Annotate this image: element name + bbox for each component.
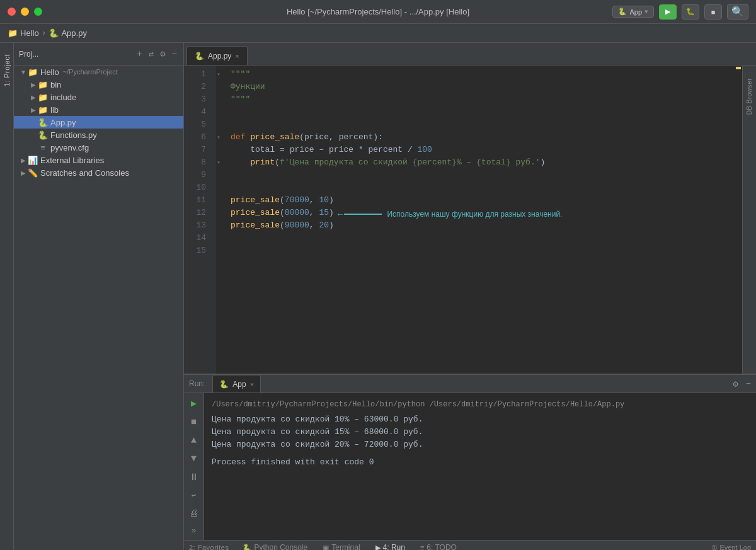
editor-tabs: 🐍 App.py ×: [184, 43, 756, 66]
folder-icon: 📁: [38, 79, 48, 89]
run-settings-icon[interactable]: ⚙: [733, 379, 738, 389]
fold-marker-8[interactable]: ▾: [217, 156, 220, 169]
pause-button[interactable]: ⏸: [187, 470, 200, 485]
add-icon[interactable]: +: [135, 48, 143, 60]
tree-item-external-libs[interactable]: ▶ 📊 External Libraries: [14, 154, 183, 166]
code-line-6: def price_sale ( price , percent ):: [231, 131, 730, 144]
stop-button[interactable]: ■: [704, 4, 722, 20]
line-num-2: 2: [184, 81, 211, 93]
breadcrumb-apppy[interactable]: 🐍 App.py: [49, 28, 86, 38]
code-token: 90000: [285, 219, 309, 232]
wrap-button[interactable]: ↩: [190, 489, 198, 502]
settings-icon[interactable]: ⚙: [159, 47, 166, 60]
code-line-14: [231, 232, 730, 244]
tab-close[interactable]: ×: [235, 52, 239, 60]
more-button[interactable]: »: [190, 525, 198, 537]
code-token: ,: [309, 207, 319, 219]
fold-marker-6[interactable]: ▾: [217, 131, 220, 144]
code-token: (: [280, 207, 285, 219]
project-panel: Proj... + ⇄ ⚙ − ▼ 📁 Hello ~/PycharmProje…: [14, 43, 184, 550]
line-num-4: 4: [184, 106, 211, 118]
line-num-12: 12: [184, 207, 211, 219]
tree-item-include[interactable]: ▶ 📁 include: [14, 91, 183, 103]
print-button[interactable]: 🖨: [187, 506, 200, 521]
bottom-tab-run[interactable]: ▶ 4: Run: [369, 541, 411, 550]
debug-button[interactable]: 🐛: [682, 4, 699, 20]
expand-arrow: ▶: [19, 168, 28, 177]
sidebar-item-favorites[interactable]: 2: Favorites: [189, 544, 229, 550]
tree-item-lib[interactable]: ▶ 📁 lib: [14, 103, 183, 116]
code-token: /: [408, 144, 418, 156]
folder-icon: 📁: [38, 92, 48, 102]
bottom-tab-label: 6: TODO: [427, 543, 457, 550]
console-exit-message: Process finished with exit code 0: [212, 456, 748, 469]
run-label: Run:: [189, 379, 205, 388]
annotation-arrow: ← Используем нашу функцию для разных зна…: [338, 208, 562, 221]
sidebar-item-project[interactable]: 1: Project: [1, 48, 13, 93]
search-everywhere-button[interactable]: 🔍: [727, 4, 748, 20]
code-line-8: print ( f'Цена продукта со скидкой {perc…: [231, 156, 730, 169]
scrollbar-gutter[interactable]: [735, 66, 742, 374]
db-browser-strip: DB Browser: [742, 66, 756, 374]
run-close-icon[interactable]: −: [746, 379, 751, 389]
event-log-area: ① Event Log: [711, 544, 751, 551]
panel-header: Proj... + ⇄ ⚙ −: [14, 43, 183, 66]
tree-item-path: ~/PycharmProject: [63, 68, 118, 76]
bottom-tab-todo[interactable]: ≡ 6: TODO: [414, 541, 463, 550]
breadcrumb-separator: ›: [42, 28, 47, 38]
maximize-button[interactable]: [34, 8, 42, 16]
line-numbers: 1 2 3 4 5 6 7 8 9 10 11 12 13 14 15: [184, 66, 215, 374]
sidebar-item-db-browser[interactable]: DB Browser: [743, 72, 755, 121]
code-token: 10: [319, 194, 329, 207]
tab-apppy[interactable]: 🐍 App.py ×: [186, 46, 248, 65]
line-num-5: 5: [184, 118, 211, 131]
code-token: 70000: [285, 194, 309, 207]
scroll-up-button[interactable]: ▲: [189, 433, 198, 448]
code-token: Функции: [231, 81, 265, 93]
terminal-icon: ▣: [323, 544, 329, 551]
folder-icon: 📁: [38, 105, 48, 115]
collapse-icon[interactable]: −: [171, 48, 178, 60]
code-token: (: [299, 131, 304, 144]
bottom-tab-terminal[interactable]: ▣ Terminal: [316, 541, 366, 550]
tree-item-bin[interactable]: ▶ 📁 bin: [14, 78, 183, 91]
code-line-5: [231, 118, 730, 131]
code-token: f'Цена продукта со скидкой {percent}% – …: [280, 156, 540, 169]
breadcrumb-apppy-text: App.py: [61, 28, 86, 38]
breadcrumb-hello-text: Hello: [20, 28, 39, 38]
code-content[interactable]: """" Функции """" def: [226, 66, 735, 374]
tree-item-functions[interactable]: ▶ 🐍 Functions.py: [14, 129, 183, 141]
run-button[interactable]: ▶: [659, 4, 677, 20]
sync-icon[interactable]: ⇄: [147, 47, 155, 60]
run-play-button[interactable]: ▶: [189, 396, 198, 411]
code-token: total: [250, 144, 280, 156]
app-run-config[interactable]: 🐍 App ▾: [612, 6, 654, 18]
event-log-badge[interactable]: ① Event Log: [711, 544, 751, 551]
code-token: ): [541, 156, 546, 169]
code-line-11: price_sale ( 70000 , 10 ): [231, 194, 730, 207]
tree-item-pyvenv[interactable]: ▶ ≡ pyvenv.cfg: [14, 141, 183, 154]
line-num-6: 6: [184, 131, 211, 144]
window-title: Hello [~/PycharmProjects/Hello] - .../Ap…: [287, 7, 469, 16]
code-line-1: """": [231, 68, 730, 81]
code-token: –: [319, 144, 329, 156]
run-tab-app[interactable]: 🐍 App ×: [212, 375, 261, 392]
run-tab-close[interactable]: ×: [250, 381, 254, 388]
tree-item-scratches[interactable]: ▶ ✏️ Scratches and Consoles: [14, 166, 183, 179]
tree-item-apppy[interactable]: ▶ 🐍 App.py: [14, 116, 183, 129]
scroll-down-button[interactable]: ▼: [189, 452, 198, 466]
bottom-tab-python-console[interactable]: 🐍 Python Console: [236, 541, 314, 550]
fold-marker-1[interactable]: ▾: [217, 68, 220, 81]
console-blank: [212, 451, 748, 456]
breadcrumb-hello[interactable]: 📁 Hello: [8, 28, 39, 38]
minimize-button[interactable]: [21, 8, 29, 16]
python-file-icon: 🐍: [38, 130, 48, 140]
run-stop-button[interactable]: ■: [189, 415, 198, 430]
bottom-tab-label: 4: Run: [383, 543, 405, 550]
code-token: (: [280, 219, 285, 232]
code-token: """": [231, 68, 250, 81]
tree-item-label: include: [50, 93, 76, 102]
tree-item-hello[interactable]: ▼ 📁 Hello ~/PycharmProject: [14, 66, 183, 78]
close-button[interactable]: [8, 8, 16, 16]
run-panel-tabs: Run: 🐍 App × ⚙ −: [184, 375, 756, 393]
